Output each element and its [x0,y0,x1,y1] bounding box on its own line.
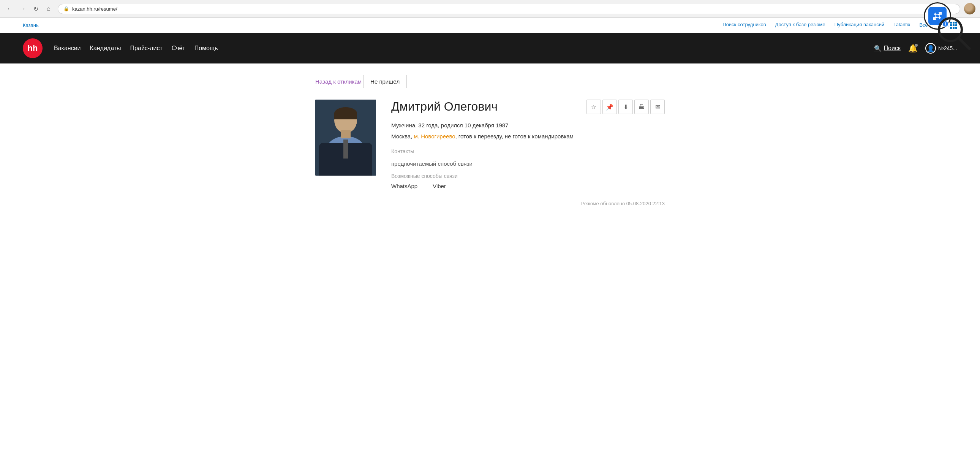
search-icon: 🔍 [874,45,881,52]
resume-photo [315,100,376,176]
talantix-link[interactable]: Talantix [893,22,910,29]
resume-title-row: Дмитрий Олегович ☆ 📌 ⬇ 🖶 ✉ [391,100,665,121]
resume-actions: ☆ 📌 ⬇ 🖶 ✉ [587,100,665,114]
user-icon: 👤 [925,43,936,54]
url-text: kazan.hh.ru/resume/ [72,6,955,12]
region-link[interactable]: Казань [23,22,39,28]
pin-button[interactable]: 📌 [603,100,617,114]
print-button[interactable]: 🖶 [634,100,649,114]
header-right: 🔍 Поиск 🔔 👤 №245... [874,43,957,54]
publish-vacancies-link[interactable]: Публикация вакансий [835,22,885,29]
search-employees-link[interactable]: Поиск сотрудников [722,22,766,29]
gender-age-text: Мужчина, 32 года, родился 10 декабря 198… [391,121,665,130]
page-content: Назад к откликам Не пришёл Дми [308,64,672,218]
resume-main: Дмитрий Олегович ☆ 📌 ⬇ 🖶 ✉ Мужчина, 32 г… [391,100,665,206]
download-button[interactable]: ⬇ [618,100,633,114]
resume-updated: Резюме обновлено 05.08.2020 22:13 [391,201,665,206]
browser-right-controls [964,3,975,14]
email-button[interactable]: ✉ [650,100,665,114]
notifications-button[interactable]: 🔔 [908,44,918,53]
expand-arrows-icon [932,11,942,21]
hh-logo[interactable]: hh [23,38,43,58]
back-to-responses-link[interactable]: Назад к откликам [315,78,362,85]
whatsapp-contact: WhatsApp [391,183,417,189]
notification-dot [915,44,918,47]
resume-name: Дмитрий Олегович [391,100,498,114]
home-button[interactable]: ⌂ [43,3,54,14]
database-access-link[interactable]: Доступ к базе резюме [775,22,826,29]
photo-placeholder [315,100,376,176]
preferred-contact-text: предпочитаемый способ связи [391,160,665,167]
top-nav-right: Поиск сотрудников Доступ к базе резюме П… [722,22,957,29]
grid-icon [950,22,957,29]
contacts-label: Контакты [391,148,665,154]
account-nav-link[interactable]: Счёт [172,45,185,52]
vacancies-nav-link[interactable]: Вакансии [54,45,81,52]
back-button[interactable]: ← [5,3,15,14]
address-bar[interactable]: 🔒 kazan.hh.ru/resume/ [58,4,960,14]
main-navigation: Вакансии Кандидаты Прайс-лист Счёт Помощ… [54,45,218,52]
contact-methods: WhatsApp Viber [391,183,665,189]
profile-avatar[interactable] [964,3,975,14]
metro-link[interactable]: м. Новогиреево [414,133,455,139]
status-badge: Не пришёл [363,75,407,88]
extension-circle-overlay: 1 [924,2,951,30]
resume-info: Мужчина, 32 года, родился 10 декабря 198… [391,121,665,140]
user-account-button[interactable]: 👤 №245... [925,43,957,54]
candidates-nav-link[interactable]: Кандидаты [90,45,121,52]
extension-badge: 1 [942,21,949,27]
browser-chrome: ← → ↻ ⌂ 🔒 kazan.hh.ru/resume/ [0,0,980,18]
lock-icon: 🔒 [64,6,69,11]
help-nav-link[interactable]: Помощь [194,45,218,52]
favorite-button[interactable]: ☆ [587,100,601,114]
location-text: Москва, м. Новогиреево, готов к переезду… [391,132,665,141]
possible-contacts-label: Возможные способы связи [391,173,665,179]
top-nav: Казань Поиск сотрудников Доступ к базе р… [0,18,980,33]
viber-contact: Viber [433,183,446,189]
main-header: hh Вакансии Кандидаты Прайс-лист Счёт По… [0,33,980,64]
search-button[interactable]: 🔍 Поиск [874,45,900,52]
extension-inner: 1 [928,7,947,25]
resume-block: Дмитрий Олегович ☆ 📌 ⬇ 🖶 ✉ Мужчина, 32 г… [315,100,665,206]
forward-button[interactable]: → [18,3,28,14]
browser-nav-buttons: ← → ↻ ⌂ [5,3,54,14]
reload-button[interactable]: ↻ [30,3,41,14]
pricelist-nav-link[interactable]: Прайс-лист [130,45,162,52]
